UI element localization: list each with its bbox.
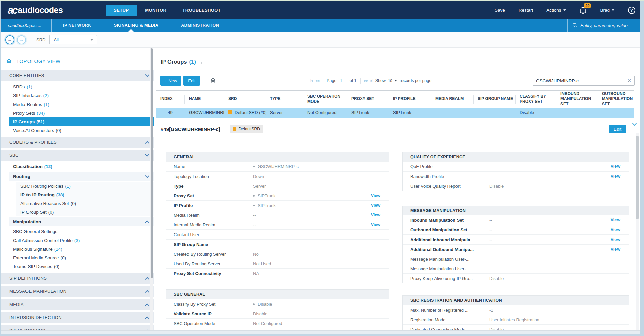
collapse-detail-icon[interactable] [632, 121, 637, 126]
column-header[interactable]: CLASSIFY BY PROXY SET [515, 91, 556, 108]
delete-icon[interactable] [210, 78, 216, 84]
page-of-label: of 1 [350, 78, 357, 83]
sidebar-item[interactable]: CORE ENTITIES [1, 70, 154, 81]
view-link[interactable]: View [371, 203, 380, 208]
sidebar-item[interactable]: Call Admission Control Profile (3) [1, 236, 154, 245]
column-header[interactable]: SBC OPERATION MODE [303, 91, 347, 108]
sidebar-item[interactable]: Classification (12) [1, 162, 154, 171]
device-name-tab[interactable]: sandbox3apac.... [1, 19, 52, 32]
prev-page-button[interactable]: ◀◀ [315, 79, 319, 82]
field-label: IP Profile [174, 203, 253, 208]
sidebar-item[interactable]: Voice.AI Connectors (0) [1, 126, 154, 135]
sidebar-scrollbar[interactable] [150, 48, 153, 334]
sidebar-item[interactable]: IP Group Set (0) [16, 208, 154, 216]
sidebar-item[interactable]: SBC [1, 150, 154, 161]
srd-dropdown[interactable]: All [49, 35, 97, 44]
sidebar-item[interactable]: SIP DEFINITIONS [1, 273, 154, 284]
srd-badge: DefaultSRD [230, 125, 263, 133]
sidebar-item[interactable]: CODERS & PROFILES [1, 137, 154, 148]
help-button[interactable]: ? [628, 7, 635, 14]
new-button[interactable]: + New [160, 76, 181, 86]
sidebar-item[interactable]: MEDIA [1, 299, 154, 310]
modified-indicator-dot [253, 166, 255, 167]
secondary-tab[interactable]: IP NETWORK [52, 19, 103, 32]
field-value: Not Used [253, 261, 271, 266]
primary-tab[interactable]: SETUP [106, 5, 137, 16]
sidebar-scrollbar-thumb[interactable] [151, 48, 153, 278]
view-link[interactable]: View [611, 174, 620, 179]
column-header[interactable]: PROXY SET [347, 91, 389, 108]
sidebar-item[interactable]: SBC Routing Policies (1) [16, 182, 154, 190]
primary-tab[interactable]: TROUBLESHOOT [174, 5, 229, 16]
sidebar-item[interactable]: Media Realms (1) [1, 100, 154, 109]
next-page-button[interactable]: ▶▶ [364, 79, 368, 82]
view-link[interactable]: View [611, 247, 620, 252]
view-link[interactable]: View [611, 227, 620, 232]
table-row-selected[interactable]: 49GSCWIJHRMINRP-cDefaultSRD (#0)ServerNo… [156, 108, 634, 118]
field-label: Outbound Manipulation Set [410, 227, 489, 232]
sidebar-item[interactable]: IP-to-IP Routing (38) [16, 190, 154, 199]
view-link[interactable]: View [611, 237, 620, 242]
secondary-tab[interactable]: SIGNALING & MEDIA [103, 19, 170, 32]
notifications-button[interactable]: 29 [579, 6, 587, 14]
audiocodes-logo[interactable]: ac audiocodes [8, 1, 63, 19]
sidebar-item[interactable]: Proxy Sets (34) [1, 109, 154, 117]
column-header[interactable]: SIP GROUP NAME [473, 91, 515, 108]
column-header[interactable]: MEDIA REALM [431, 91, 473, 108]
column-header[interactable]: NAME [184, 91, 224, 108]
edit-button[interactable]: Edit [183, 76, 200, 86]
forward-button[interactable]: → [17, 35, 26, 44]
sidebar-item[interactable]: IP Groups (51) [9, 117, 154, 126]
sidebar-item[interactable]: Routing [9, 172, 154, 181]
clear-filter-button[interactable]: ✕ [624, 78, 634, 83]
table-filter-input[interactable] [533, 78, 624, 83]
column-header[interactable]: SRD [224, 91, 266, 108]
column-header[interactable]: INBOUND MANIPULATION SET [556, 91, 598, 108]
last-page-button[interactable]: ▶| [370, 79, 373, 82]
secondary-tab[interactable]: ADMINISTRATION [170, 19, 230, 32]
sidebar-item[interactable]: Teams SIP Devices (0) [1, 262, 154, 271]
column-header[interactable]: TYPE [266, 91, 303, 108]
sidebar-item[interactable]: SRDs (1) [1, 82, 154, 91]
page-number-input[interactable]: 1 [339, 79, 347, 83]
field-value: Disable [253, 301, 272, 307]
sidebar-item-label: Call Admission Control Profile [13, 238, 73, 243]
user-menu-button[interactable]: Brad [600, 8, 614, 13]
save-button[interactable]: Save [495, 8, 505, 13]
restart-button[interactable]: Restart [519, 8, 533, 13]
first-page-button[interactable]: |◀ [310, 79, 313, 82]
dropdown-caret-icon [394, 80, 397, 82]
brand-name: audiocodes [18, 5, 63, 15]
sidebar-item[interactable]: External Media Source (0) [1, 253, 154, 262]
sidebar-item-count: (3) [74, 238, 80, 243]
back-button[interactable]: ← [5, 35, 14, 44]
column-divider [303, 95, 303, 104]
actions-menu-button[interactable]: Actions [546, 8, 566, 13]
global-search [567, 19, 640, 32]
sidebar-item[interactable]: Malicious Signature (14) [1, 245, 154, 253]
sidebar-item[interactable]: SIP Interfaces (2) [1, 91, 154, 100]
sidebar-item-label: Media Realms [13, 102, 42, 107]
sidebar-topology-view[interactable]: TOPOLOGY VIEW [1, 57, 154, 65]
global-search-input[interactable] [580, 23, 637, 28]
sidebar-item[interactable]: Alternative Reasons Set (0) [16, 199, 154, 208]
main-scrollbar[interactable] [636, 133, 639, 334]
primary-tab[interactable]: MONITOR [137, 5, 174, 16]
view-link[interactable]: View [611, 218, 620, 222]
view-link[interactable]: View [371, 222, 380, 227]
column-header[interactable]: INDEX [156, 91, 184, 108]
view-link[interactable]: View [371, 193, 380, 198]
view-link[interactable]: View [611, 164, 620, 169]
column-header[interactable]: IP PROFILE [389, 91, 431, 108]
sidebar-item[interactable]: Manipulation [9, 217, 154, 226]
page-size-dropdown[interactable]: 10 [388, 79, 397, 83]
sidebar-item[interactable]: MESSAGE MANIPULATION [1, 286, 154, 297]
field-label: Additional Outbound Manipu... [410, 247, 489, 252]
main-scrollbar-thumb[interactable] [636, 136, 639, 219]
column-header[interactable]: OUTBOUND MANIPULATION SET [598, 91, 634, 108]
sidebar-item[interactable]: INTRUSION DETECTION [1, 312, 154, 323]
detail-edit-button[interactable]: Edit [609, 125, 626, 133]
sidebar-item[interactable]: SBC General Settings [1, 227, 154, 236]
sidebar-item-label: Voice.AI Connectors [13, 128, 54, 133]
view-link[interactable]: View [371, 213, 380, 217]
